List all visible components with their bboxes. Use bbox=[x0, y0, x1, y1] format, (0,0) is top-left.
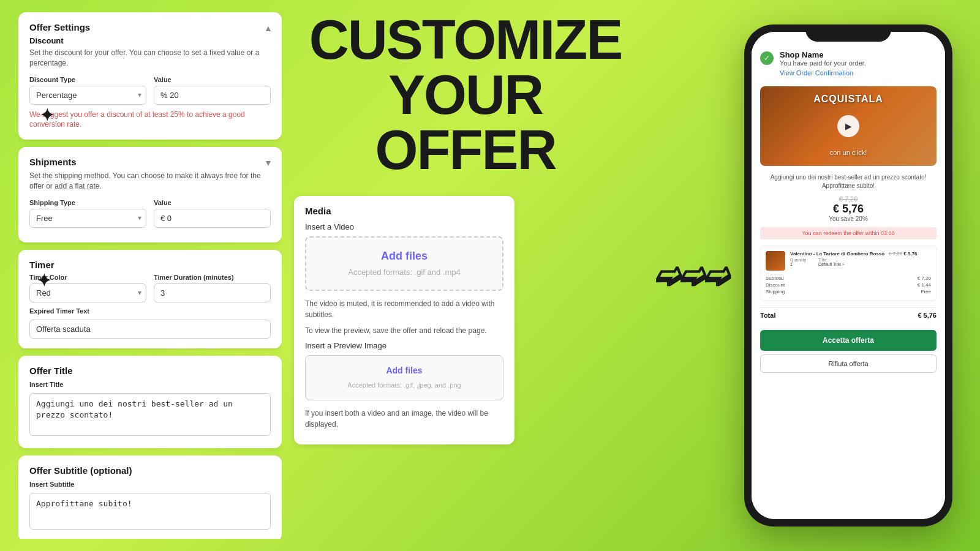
video-info2: To view the preview, save the offer and … bbox=[305, 325, 503, 336]
price-new: € 5,76 bbox=[760, 203, 937, 216]
shipments-fields: Shipping Type Free Flat Rate Value bbox=[29, 199, 271, 228]
shipping-value-input[interactable] bbox=[154, 209, 271, 228]
shop-name: Shop Name bbox=[780, 50, 866, 59]
view-order-link[interactable]: View Order Confirmation bbox=[780, 69, 853, 77]
product-description: Aggiungi uno dei nostri best-seller ad u… bbox=[760, 173, 937, 190]
offer-title-card: Offer Title Insert Title Aggiungi uno de… bbox=[18, 356, 282, 448]
shipments-title: Shipments bbox=[29, 157, 271, 167]
order-product-name: Valentino - La Tartare di Gambero Rosso … bbox=[790, 251, 931, 257]
shipping-type-label: Shipping Type bbox=[29, 199, 146, 206]
discount-section: Discount Set the discount for your offer… bbox=[29, 36, 271, 130]
shipping-type-select-wrapper: Free Flat Rate bbox=[29, 209, 146, 228]
headline-line2: YOUR OFFER bbox=[294, 67, 637, 178]
order-cols: Quantity 1 Title Default Title ÷ bbox=[790, 258, 931, 266]
video-info3: If you insert both a video and an image,… bbox=[305, 408, 503, 430]
expired-timer-text-group: Expired Timer Text bbox=[29, 307, 271, 339]
shop-info: Shop Name You have paid for your order. … bbox=[780, 50, 866, 78]
play-button[interactable]: ▶ bbox=[837, 115, 859, 137]
star-decoration-2: ✦ bbox=[37, 272, 51, 290]
timer-duration-group: Timer Duration (minutes) bbox=[154, 274, 271, 302]
discount-description: Set the discount for your offer. You can… bbox=[29, 48, 271, 69]
order-table: Valentino - La Tartare di Gambero Rosso … bbox=[760, 246, 937, 301]
expired-timer-text-label: Expired Timer Text bbox=[29, 307, 271, 315]
subtotal-row: Subtotal € 7,20 bbox=[766, 276, 931, 281]
headline: CUSTOMIZE YOUR OFFER bbox=[294, 12, 637, 178]
shipping-type-select[interactable]: Free Flat Rate bbox=[29, 209, 146, 228]
timer-duration-input[interactable] bbox=[154, 283, 271, 302]
total-row: Total € 5,76 bbox=[760, 307, 937, 319]
discount-type-group: Discount Type Percentage Fixed bbox=[29, 76, 146, 105]
star-decoration-1: ✦ bbox=[40, 107, 54, 124]
add-files-image-btn[interactable]: Add files bbox=[315, 365, 493, 375]
phone-screen: ✓ Shop Name You have paid for your order… bbox=[752, 32, 945, 519]
shipping-row: Shipping Free bbox=[766, 289, 931, 294]
accept-offer-button[interactable]: Accetta offerta bbox=[760, 330, 937, 351]
center-main: Media Insert a Video Add files Accepted … bbox=[294, 196, 637, 444]
product-image: ACQUISTALA ▶ con un click! bbox=[760, 86, 937, 166]
shipping-value-group: Value bbox=[154, 199, 271, 228]
add-files-video-btn[interactable]: Add files bbox=[318, 250, 490, 263]
shipping-value-label: Value bbox=[154, 199, 271, 206]
insert-preview-label: Insert a Preview Image bbox=[305, 341, 503, 350]
center-panel: CUSTOMIZE YOUR OFFER Media Insert a Vide… bbox=[282, 12, 649, 539]
discount-type-label: Discount Type bbox=[29, 76, 146, 83]
phone-notch bbox=[805, 24, 891, 42]
timer-fields: Timer Color Red Green Blue Timer Duratio… bbox=[29, 274, 271, 302]
total-label: Total bbox=[760, 312, 775, 319]
image-upload-box[interactable]: Add files Accepted formats: .gif, .jpeg,… bbox=[305, 355, 503, 400]
expired-timer-text-input[interactable] bbox=[29, 320, 271, 339]
offer-title-group: Insert Title Aggiungi uno dei nostri bes… bbox=[29, 381, 271, 438]
headline-line2-normal: YOUR bbox=[388, 64, 543, 126]
offer-subtitle-card: Offer Subtitle (optional) Insert Subtitl… bbox=[18, 455, 282, 539]
price-section: € 7,20 € 5,76 You save 20% bbox=[760, 195, 937, 222]
offer-settings-card: Offer Settings Discount Set the discount… bbox=[18, 12, 282, 140]
offer-title-section-title: Offer Title bbox=[29, 365, 271, 376]
image-accepted-formats: Accepted formats: .gif, .jpeg, and .png bbox=[347, 381, 461, 389]
video-info1: The video is muted, it is recommended to… bbox=[305, 298, 503, 320]
product-image-text: ACQUISTALA bbox=[760, 94, 937, 105]
order-product-image bbox=[766, 251, 785, 271]
discount-warning: We suggest you offer a discount of at le… bbox=[29, 110, 271, 130]
shop-header: ✓ Shop Name You have paid for your order… bbox=[760, 50, 937, 78]
headline-line1: CUSTOMIZE bbox=[294, 12, 637, 67]
product-image-sub: con un click! bbox=[760, 149, 937, 156]
timer-duration-label: Timer Duration (minutes) bbox=[154, 274, 271, 281]
insert-subtitle-label: Insert Subtitle bbox=[29, 481, 271, 488]
discount-section-title: Discount bbox=[29, 36, 271, 45]
scroll-down-btn[interactable]: ▼ bbox=[262, 157, 274, 169]
discount-value-group: Value bbox=[154, 76, 271, 105]
insert-subtitle-textarea[interactable]: Approfittane subito! bbox=[29, 493, 271, 530]
discount-fields: Discount Type Percentage Fixed Value bbox=[29, 76, 271, 105]
discount-value-label: Value bbox=[154, 76, 271, 83]
discount-row: Discount € 1,44 bbox=[766, 282, 931, 288]
arrow-symbols: ➫➫➫ bbox=[655, 257, 729, 294]
insert-title-textarea[interactable]: Aggiungi uno dei nostri best-seller ad u… bbox=[29, 393, 271, 436]
total-value: € 5,76 bbox=[918, 312, 937, 319]
headline-line2-bold: OFFER bbox=[375, 119, 556, 181]
arrows-decoration: ➫➫➫ bbox=[655, 257, 729, 294]
shop-paid-text: You have paid for your order. bbox=[780, 59, 866, 67]
scroll-up-btn[interactable]: ▲ bbox=[262, 22, 274, 34]
order-row: Valentino - La Tartare di Gambero Rosso … bbox=[766, 251, 931, 271]
video-accepted-formats: Accepted formats: .gif and .mp4 bbox=[348, 268, 461, 277]
shipping-type-group: Shipping Type Free Flat Rate bbox=[29, 199, 146, 228]
reject-offer-button[interactable]: Rifiuta offerta bbox=[760, 354, 937, 373]
offer-subtitle-group: Insert Subtitle Approfittane subito! bbox=[29, 481, 271, 532]
media-card: Media Insert a Video Add files Accepted … bbox=[294, 196, 514, 444]
check-icon: ✓ bbox=[760, 51, 774, 65]
phone-content: ✓ Shop Name You have paid for your order… bbox=[752, 32, 945, 519]
price-old: € 7,20 bbox=[760, 195, 937, 203]
price-save: You save 20% bbox=[760, 216, 937, 222]
media-title: Media bbox=[305, 206, 503, 216]
insert-video-label: Insert a Video bbox=[305, 222, 503, 231]
discount-value-input[interactable] bbox=[154, 86, 271, 105]
shipments-card: Shipments Set the shipping method. You c… bbox=[18, 147, 282, 242]
timer-bar: You can redeem the offer within 03:00 bbox=[760, 227, 937, 239]
insert-title-label: Insert Title bbox=[29, 381, 271, 388]
shipments-description: Set the shipping method. You can choose … bbox=[29, 171, 271, 192]
order-summary: Subtotal € 7,20 Discount € 1,44 Shipping… bbox=[766, 276, 931, 294]
video-upload-box[interactable]: Add files Accepted formats: .gif and .mp… bbox=[305, 236, 503, 291]
left-panel: Offer Settings Discount Set the discount… bbox=[18, 12, 282, 539]
offer-settings-title: Offer Settings bbox=[29, 22, 271, 32]
discount-type-select[interactable]: Percentage Fixed bbox=[29, 86, 146, 105]
